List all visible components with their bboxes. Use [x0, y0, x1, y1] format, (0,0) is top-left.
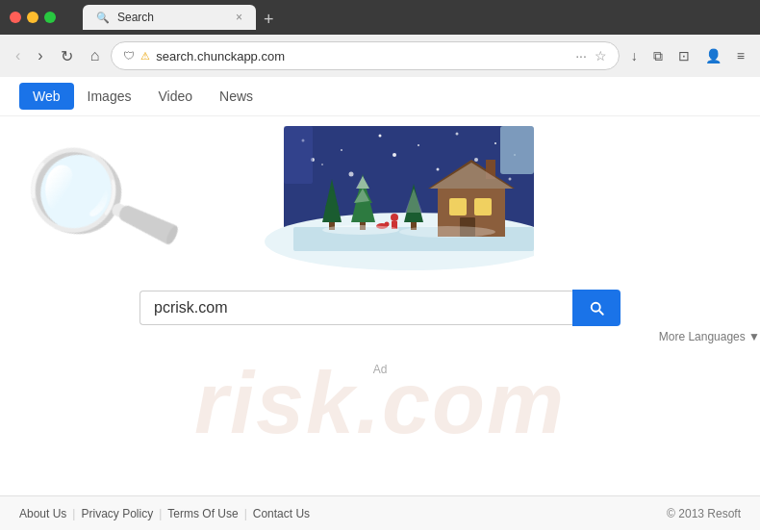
svg-point-8	[321, 164, 323, 165]
address-text: search.chunckapp.com	[156, 49, 570, 63]
traffic-lights	[10, 12, 56, 23]
svg-point-2	[341, 149, 342, 151]
svg-rect-42	[500, 126, 534, 174]
search-box-container: More Languages ▼	[0, 290, 760, 343]
svg-rect-19	[449, 198, 467, 215]
tab-label: Search	[117, 11, 154, 24]
svg-rect-20	[474, 198, 492, 215]
search-button[interactable]	[572, 290, 621, 326]
svg-point-12	[437, 168, 440, 171]
svg-point-40	[322, 225, 399, 235]
forward-button[interactable]: ›	[32, 43, 48, 68]
navigation-bar: ‹ › ↻ ⌂ 🛡 ⚠ search.chunckapp.com ··· ☆ ↓…	[0, 35, 760, 77]
home-button[interactable]: ⌂	[85, 43, 106, 68]
title-bar: 🔍 Search × +	[0, 0, 760, 35]
browser-tab[interactable]: 🔍 Search ×	[83, 5, 256, 30]
more-languages-link[interactable]: More Languages ▼	[279, 330, 760, 343]
footer-privacy-link[interactable]: Privacy Policy	[81, 507, 153, 520]
svg-point-11	[393, 153, 396, 157]
back-button[interactable]: ‹	[10, 43, 26, 68]
search-input[interactable]	[139, 291, 572, 325]
address-extra-buttons: ··· ☆	[575, 48, 607, 63]
more-options-button[interactable]: ···	[575, 48, 587, 63]
ad-label: Ad	[0, 363, 760, 376]
tab-news[interactable]: News	[206, 83, 266, 110]
svg-point-13	[474, 158, 478, 162]
svg-point-36	[391, 214, 398, 221]
tab-video[interactable]: Video	[144, 83, 206, 110]
synced-tabs-button[interactable]: ⊡	[672, 44, 696, 67]
nav-right-buttons: ↓ ⧉ ⊡ 👤 ≡	[625, 44, 750, 68]
minimize-button[interactable]	[27, 12, 38, 23]
menu-button[interactable]: ≡	[731, 44, 750, 67]
browser-window: 🔍 Search × + ‹ › ↻ ⌂ 🛡 ⚠ search.chunckap…	[0, 0, 760, 530]
tab-web[interactable]: Web	[19, 83, 74, 110]
footer-terms-link[interactable]: Terms Of Use	[167, 507, 238, 520]
svg-point-6	[494, 142, 496, 144]
footer-about-link[interactable]: About Us	[19, 507, 66, 520]
tab-bar: 🔍 Search × +	[73, 5, 750, 30]
download-button[interactable]: ↓	[625, 44, 644, 67]
search-icon	[588, 299, 605, 317]
maximize-button[interactable]	[44, 12, 56, 23]
shield-icon: 🛡	[123, 49, 135, 63]
svg-point-4	[418, 144, 419, 146]
page-content: 🔍 risk.com Web Images Video News	[0, 77, 760, 530]
winter-scene-illustration	[226, 126, 534, 280]
footer-copyright: © 2013 Resoft	[667, 507, 741, 520]
winter-scene-svg	[226, 126, 534, 280]
footer: About Us | Privacy Policy | Terms Of Use…	[0, 495, 760, 530]
library-button[interactable]: ⧉	[647, 44, 669, 68]
svg-point-14	[509, 178, 512, 181]
watermark-magnify-icon: 🔍	[10, 114, 191, 291]
footer-contact-link[interactable]: Contact Us	[253, 507, 310, 520]
svg-point-5	[456, 133, 459, 136]
search-input-row	[139, 290, 621, 326]
tab-search-icon: 🔍	[96, 12, 110, 24]
footer-links: About Us | Privacy Policy | Terms Of Use…	[19, 507, 310, 520]
svg-point-10	[349, 172, 354, 177]
refresh-button[interactable]: ↻	[55, 43, 79, 69]
svg-point-39	[385, 222, 390, 227]
svg-point-41	[399, 226, 495, 238]
avatar-button[interactable]: 👤	[699, 44, 727, 67]
bookmark-button[interactable]: ☆	[595, 48, 607, 63]
svg-point-3	[379, 135, 382, 138]
search-tabs: Web Images Video News	[0, 77, 760, 116]
tab-images[interactable]: Images	[74, 83, 145, 110]
svg-rect-43	[284, 126, 313, 184]
new-tab-button[interactable]: +	[260, 10, 278, 30]
close-button[interactable]	[10, 12, 21, 23]
tab-close-button[interactable]: ×	[236, 11, 242, 24]
warning-icon: ⚠	[140, 50, 150, 63]
address-bar[interactable]: 🛡 ⚠ search.chunckapp.com ··· ☆	[111, 41, 620, 70]
